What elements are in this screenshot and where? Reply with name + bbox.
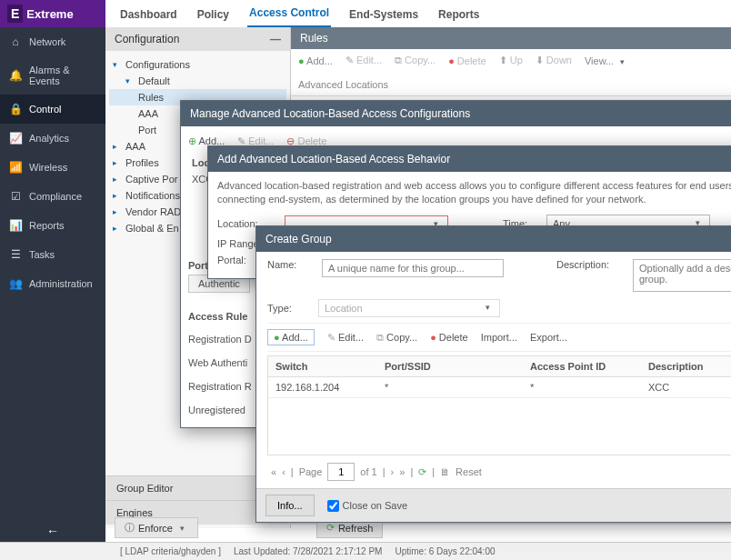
bar-chart-icon: 📊 bbox=[9, 219, 22, 232]
desc-input[interactable] bbox=[633, 259, 731, 292]
group-grid: Switch Port/SSID Access Point ID Descrip… bbox=[267, 355, 731, 455]
btn-label: Delete bbox=[457, 55, 486, 66]
m3-edit-button[interactable]: ✎ Edit... bbox=[327, 332, 364, 344]
type-value: Location bbox=[325, 303, 363, 314]
sidebar-item-reports[interactable]: 📊Reports bbox=[0, 211, 105, 240]
tab-end-systems[interactable]: End-Systems bbox=[347, 2, 420, 27]
grid-row[interactable]: 192.168.1.204 * * XCC bbox=[268, 377, 731, 398]
config-header: Configuration — bbox=[105, 27, 290, 51]
sidebar-item-label: Tasks bbox=[29, 249, 55, 260]
delete-button[interactable]: ● Delete bbox=[448, 55, 486, 66]
page-label: Page bbox=[299, 466, 323, 477]
name-label: Name: bbox=[267, 259, 309, 270]
chevron-down-icon: ▾ bbox=[482, 303, 494, 314]
page-first-icon[interactable]: « bbox=[271, 466, 276, 477]
users-icon: 👥 bbox=[9, 277, 22, 290]
sidebar-item-label: Control bbox=[29, 104, 61, 115]
sidebar-item-wireless[interactable]: 📶Wireless bbox=[0, 153, 105, 182]
m3-export-button[interactable]: Export... bbox=[530, 332, 567, 343]
tree-label: Configurations bbox=[125, 59, 190, 70]
adv-locations-link[interactable]: Advanced Locations bbox=[298, 79, 388, 90]
tree-configurations[interactable]: ▾Configurations bbox=[109, 56, 286, 73]
tab-access-control[interactable]: Access Control bbox=[247, 0, 331, 27]
col-switch[interactable]: Switch bbox=[275, 361, 385, 372]
col-port[interactable]: Port/SSID bbox=[385, 361, 530, 372]
tree-label: Default bbox=[138, 75, 170, 86]
m3-add-button[interactable]: ● Add... bbox=[267, 329, 315, 345]
col-desc[interactable]: Description bbox=[648, 361, 731, 372]
list-icon: ☰ bbox=[9, 248, 22, 261]
brand-text: Extreme bbox=[26, 7, 73, 21]
plus-icon: ⊕ bbox=[188, 135, 196, 146]
modal3-footer: Info... Close on Save Save Cancel bbox=[256, 488, 731, 522]
reset-label[interactable]: Reset bbox=[456, 466, 482, 477]
sidebar-item-label: Compliance bbox=[29, 191, 82, 202]
close-on-save-label: Close on Save bbox=[343, 500, 408, 511]
sidebar-item-label: Network bbox=[29, 36, 65, 47]
rules-toolbar: ● Add... ✎ Edit... ⧉ Copy... ● Delete ⬆ … bbox=[291, 49, 731, 96]
copy-icon: ⧉ bbox=[376, 332, 384, 343]
tree-label: AAA bbox=[138, 108, 158, 119]
m3-delete-button[interactable]: ● Delete bbox=[430, 332, 468, 343]
network-icon: ⌂ bbox=[9, 35, 22, 48]
btn-label: Refresh bbox=[338, 523, 374, 534]
refresh-icon: ⟳ bbox=[326, 522, 335, 534]
page-input[interactable] bbox=[327, 463, 355, 481]
caret-right-icon: ▸ bbox=[113, 158, 122, 167]
btn-label: Add... bbox=[282, 332, 308, 343]
add-button[interactable]: ● Add... bbox=[298, 55, 333, 66]
name-input[interactable] bbox=[322, 259, 504, 277]
sidebar-item-analytics[interactable]: 📈Analytics bbox=[0, 124, 105, 153]
view-dropdown[interactable]: View... ▾ bbox=[585, 55, 628, 66]
page-next-icon[interactable]: › bbox=[391, 466, 395, 477]
top-tabs: Dashboard Policy Access Control End-Syst… bbox=[105, 0, 481, 27]
sidebar-item-administration[interactable]: 👥Administration bbox=[0, 269, 105, 298]
page-prev-icon[interactable]: ‹ bbox=[282, 466, 285, 477]
sidebar-item-control[interactable]: 🔒Control bbox=[0, 95, 105, 124]
status-updated: Last Updated: 7/28/2021 2:17:12 PM bbox=[234, 546, 382, 556]
modal2-title: Add Advanced Location-Based Access Behav… bbox=[217, 153, 450, 165]
sidebar-item-label: Reports bbox=[29, 220, 65, 231]
copy-button[interactable]: ⧉ Copy... bbox=[395, 55, 436, 66]
up-icon: ⬆ bbox=[499, 55, 507, 65]
sidebar-item-compliance[interactable]: ☑Compliance bbox=[0, 182, 105, 211]
edit-button[interactable]: ✎ Edit... bbox=[345, 55, 382, 66]
tab-reports[interactable]: Reports bbox=[436, 2, 481, 27]
enforce-button[interactable]: ⓘ Enforce ▾ bbox=[115, 517, 198, 538]
tree-label: Captive Por bbox=[125, 174, 177, 185]
plus-icon: ● bbox=[274, 332, 280, 343]
caret-right-icon: ▸ bbox=[113, 224, 122, 233]
sidebar-item-alarms[interactable]: 🔔Alarms & Events bbox=[0, 56, 105, 95]
create-group-modal: Create Group ✕ Name: Description: Type: … bbox=[255, 225, 731, 523]
btn-label: Edit... bbox=[338, 332, 364, 343]
sidebar-item-tasks[interactable]: ☰Tasks bbox=[0, 240, 105, 269]
reset-icon[interactable]: 🗎 bbox=[440, 466, 450, 477]
down-button[interactable]: ⬇ Down bbox=[536, 55, 572, 66]
tree-default[interactable]: ▾Default bbox=[109, 73, 286, 89]
caret-down-icon: ▾ bbox=[113, 60, 122, 69]
up-button[interactable]: ⬆ Up bbox=[499, 55, 523, 66]
page-last-icon[interactable]: » bbox=[399, 466, 405, 477]
minus-icon: ● bbox=[430, 332, 436, 343]
m3-import-button[interactable]: Import... bbox=[481, 332, 517, 343]
m3-copy-button[interactable]: ⧉ Copy... bbox=[376, 332, 417, 344]
modal3-header: Create Group ✕ bbox=[256, 226, 731, 252]
tab-dashboard[interactable]: Dashboard bbox=[118, 2, 179, 27]
back-arrow-icon[interactable]: ← bbox=[46, 524, 59, 538]
close-on-save-checkbox[interactable] bbox=[327, 500, 339, 512]
caret-right-icon: ▸ bbox=[113, 142, 122, 151]
collapse-icon[interactable]: — bbox=[270, 33, 281, 45]
lock-icon: 🔒 bbox=[9, 103, 22, 115]
col-ap[interactable]: Access Point ID bbox=[530, 361, 648, 372]
tree-label: Profiles bbox=[125, 157, 159, 168]
tree-label: Rules bbox=[138, 92, 164, 103]
left-sidebar: ⌂Network 🔔Alarms & Events 🔒Control 📈Anal… bbox=[0, 27, 105, 560]
info-button[interactable]: Info... bbox=[265, 495, 315, 516]
tree-label: Port bbox=[138, 125, 156, 135]
cell-switch: 192.168.1.204 bbox=[275, 382, 385, 393]
refresh-icon[interactable]: ⟳ bbox=[418, 466, 426, 478]
btn-label: Down bbox=[546, 55, 572, 65]
sidebar-item-network[interactable]: ⌂Network bbox=[0, 27, 105, 56]
tab-policy[interactable]: Policy bbox=[195, 2, 231, 27]
close-on-save-check[interactable]: Close on Save bbox=[327, 500, 408, 512]
